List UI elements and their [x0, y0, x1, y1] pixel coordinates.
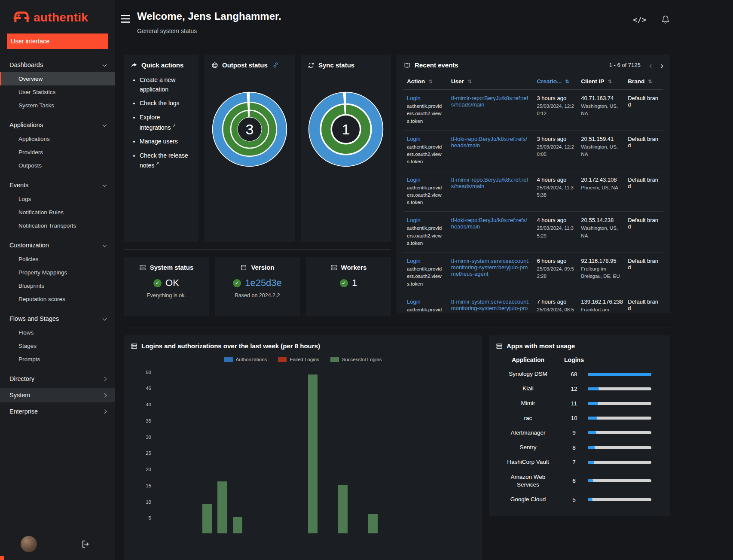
sidebar-item-overview[interactable]: Overview — [0, 72, 115, 85]
sidebar-heading-system[interactable]: System — [0, 388, 115, 402]
quick-action-link[interactable]: Manage users — [140, 137, 192, 146]
event-location: Phoenix, US, NA — [581, 184, 621, 192]
sidebar-heading-applications[interactable]: Applications — [0, 118, 115, 132]
table-row[interactable]: Loginauthentik.providers.oauth2.views.to… — [403, 90, 663, 131]
sidebar-item-outposts[interactable]: Outposts — [0, 159, 115, 172]
event-action-link[interactable]: Login — [407, 177, 444, 183]
sort-icon[interactable]: ⇅ — [648, 79, 652, 85]
event-user-link[interactable]: tf-loki-repo:BeryJu/k8s:ref:refs/heads/m… — [451, 136, 530, 149]
outpost-link-icon[interactable] — [272, 62, 279, 68]
api-browser-icon[interactable]: </> — [633, 15, 646, 24]
column-header-action[interactable]: Action⇅ — [403, 75, 448, 90]
recent-events-title: Recent events — [403, 61, 458, 69]
column-header-logins[interactable]: Logins — [560, 356, 588, 363]
pagination-prev-icon[interactable]: ‹ — [649, 62, 652, 68]
sidebar-item-stages[interactable]: Stages — [0, 339, 115, 353]
app-name-link[interactable]: HashiCorp Vault — [496, 458, 560, 466]
column-header-application[interactable]: Application — [496, 356, 560, 363]
app-name-link[interactable]: Google Cloud — [496, 496, 560, 503]
cell-client-ip: 20.55.14.238Washington, US, NA — [577, 212, 624, 253]
app-name-link[interactable]: Alertmanager — [496, 429, 560, 437]
table-row: Amazon Web Services6 — [496, 470, 663, 492]
system-status-value: OK — [165, 277, 179, 289]
event-action-link[interactable]: Login — [407, 258, 444, 264]
sidebar-item-user-statistics[interactable]: User Statistics — [0, 85, 115, 99]
sidebar-item-notification-transports[interactable]: Notification Transports — [0, 219, 115, 232]
version-link[interactable]: 1e25d3e — [245, 277, 282, 289]
column-header-client-ip[interactable]: Client IP⇅ — [577, 75, 624, 90]
event-action-link[interactable]: Login — [407, 217, 444, 223]
quick-action-label: Manage users — [140, 138, 178, 145]
sidebar-item-flows[interactable]: Flows — [0, 326, 115, 339]
sidebar-item-policies[interactable]: Policies — [0, 253, 115, 266]
app-name-link[interactable]: rac — [496, 414, 560, 422]
external-link-icon: ↗ — [156, 161, 159, 166]
chevron-down-icon — [103, 122, 107, 127]
event-date: 25/03/2024, 09:52:28 — [537, 265, 574, 280]
chevron-down-icon — [103, 62, 107, 67]
sidebar-heading-events[interactable]: Events — [0, 178, 115, 192]
sidebar-item-applications[interactable]: Applications — [0, 132, 115, 146]
sidebar-item-reputation-scores[interactable]: Reputation scores — [0, 292, 115, 306]
content: Quick actions Create a new applicationCh… — [115, 44, 670, 560]
sidebar-item-logs[interactable]: Logs — [0, 192, 115, 206]
sidebar-item-property-mappings[interactable]: Property Mappings — [0, 266, 115, 279]
event-action-link[interactable]: Login — [407, 136, 444, 142]
event-user-link[interactable]: tf-mimir-system:serviceaccount:monitorin… — [451, 298, 530, 313]
sidebar-item-system-tasks[interactable]: System Tasks — [0, 99, 115, 112]
logout-icon[interactable] — [81, 539, 91, 549]
event-user-link[interactable]: tf-mimir-repo:BeryJu/k8s:ref:refs/heads/… — [451, 95, 530, 108]
app-name-link[interactable]: Amazon Web Services — [496, 473, 560, 489]
table-row[interactable]: Loginauthentik.providers.oauth2.views.to… — [403, 130, 663, 171]
sidebar-heading-flows-and-stages[interactable]: Flows and Stages — [0, 311, 115, 326]
column-header-user[interactable]: User⇅ — [448, 75, 534, 90]
pagination-next-icon[interactable]: › — [660, 62, 663, 68]
quick-action-link[interactable]: Explore integrations↗ — [140, 113, 192, 132]
sidebar-heading-directory[interactable]: Directory — [0, 371, 115, 386]
table-row[interactable]: Loginauthentik.providers.oauth2.views.to… — [403, 212, 663, 253]
column-header-creatio[interactable]: Creatio...⇅ — [533, 75, 577, 90]
event-time: 4 hours ago — [537, 177, 574, 183]
quick-action-link[interactable]: Check the release notes↗ — [140, 151, 192, 170]
sidebar-item-prompts[interactable]: Prompts — [0, 353, 115, 366]
menu-toggle-icon[interactable] — [121, 15, 130, 23]
sort-icon[interactable]: ⇅ — [565, 79, 569, 85]
cell-created: 4 hours ago25/03/2024, 11:35:29 — [533, 212, 577, 253]
sync-status-donut: 1 — [308, 91, 384, 167]
sort-icon[interactable]: ⇅ — [467, 79, 472, 85]
quick-action-link[interactable]: Create a new application — [140, 76, 192, 94]
app-name-link[interactable]: Synology DSM — [496, 370, 560, 378]
cell-created: 4 hours ago25/03/2024, 11:35:38 — [533, 171, 577, 212]
app-name-link[interactable]: Sentry — [496, 444, 560, 451]
sidebar-item-notification-rules[interactable]: Notification Rules — [0, 206, 115, 219]
sidebar-heading-customization[interactable]: Customization — [0, 238, 115, 253]
app-name-link[interactable]: Mimir — [496, 399, 560, 407]
sidebar-item-providers[interactable]: Providers — [0, 146, 115, 159]
table-row[interactable]: Loginauthentik.providers.oauth2.views.to… — [403, 293, 663, 313]
event-user-link[interactable]: tf-mimir-system:serviceaccount:monitorin… — [451, 258, 530, 277]
sidebar-item-blueprints[interactable]: Blueprints — [0, 279, 115, 292]
apps-table-body: Synology DSM68Kiali12Mimir11rac10Alertma… — [496, 367, 663, 507]
app-name-link[interactable]: Kiali — [496, 385, 560, 393]
table-row[interactable]: Loginauthentik.providers.oauth2.views.to… — [403, 253, 663, 293]
event-user-link[interactable]: tf-mimir-repo:BeryJu/k8s:ref:refs/heads/… — [451, 177, 530, 189]
system-status-card: System status ✓ OK Everything is ok. — [124, 257, 209, 316]
sort-icon[interactable]: ⇅ — [608, 79, 612, 85]
event-action-link[interactable]: Login — [407, 298, 444, 305]
chart-bar — [217, 481, 227, 533]
table-row[interactable]: Loginauthentik.providers.oauth2.views.to… — [403, 171, 663, 212]
avatar[interactable] — [21, 536, 37, 552]
sidebar-heading-enterprise[interactable]: Enterprise — [0, 404, 115, 419]
quick-action-link[interactable]: Check the logs — [140, 99, 192, 108]
quick-action-label: Check the logs — [140, 100, 180, 107]
sidebar-section-flows-and-stages: Flows and StagesFlowsStagesPrompts — [0, 311, 115, 366]
logo-text: authentik — [34, 11, 88, 24]
column-header-brand[interactable]: Brand⇅ — [624, 75, 663, 90]
event-user-link[interactable]: tf-loki-repo:BeryJu/k8s:ref:refs/heads/m… — [451, 217, 530, 230]
notifications-bell-icon[interactable] — [661, 15, 670, 24]
event-action-link[interactable]: Login — [407, 95, 444, 101]
sidebar: authentik User interface DashboardsOverv… — [0, 0, 115, 560]
sort-icon[interactable]: ⇅ — [428, 79, 433, 85]
user-interface-button[interactable]: User interface — [7, 33, 108, 49]
sidebar-heading-dashboards[interactable]: Dashboards — [0, 58, 115, 72]
